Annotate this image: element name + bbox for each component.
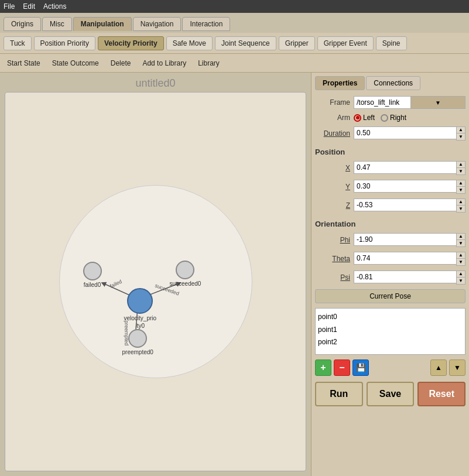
reset-button[interactable]: Reset [417,382,465,406]
theta-spin-up[interactable]: ▲ [457,252,465,259]
node-failed[interactable]: failed0 [83,262,102,288]
panel-tabs: Properties Connections [315,76,465,90]
pos-x-input[interactable] [354,161,456,174]
svg-text:failed: failed [109,279,123,289]
left-radio-indicator [354,114,361,122]
theta-spin-btns: ▲ ▼ [456,252,465,266]
menu-actions[interactable]: Actions [43,2,66,11]
psi-input[interactable] [354,270,456,283]
btn-start-state[interactable]: Start State [5,58,43,69]
psi-row: Psi ▲ ▼ [315,270,465,285]
phi-row: Phi ▲ ▼ [315,233,465,247]
pos-y-spin-dn[interactable]: ▼ [457,187,465,193]
pos-x-spin-up[interactable]: ▲ [457,162,465,168]
current-pose-button[interactable]: Current Pose [315,289,465,303]
minus-icon: − [339,362,344,373]
btn-gripper[interactable]: Gripper [279,36,315,50]
toolbar: Tuck Position Priority Velocity Priority… [0,33,469,54]
pos-y-spin-btns: ▲ ▼ [456,180,465,194]
duration-spin-dn[interactable]: ▼ [457,133,465,140]
phi-label: Phi [315,236,350,244]
node-succeeded-label: succeeded0 [170,280,201,287]
phi-spin-up[interactable]: ▲ [457,234,465,240]
psi-label: Psi [315,273,350,282]
point-item-1[interactable]: point1 [318,324,463,337]
phi-spin-dn[interactable]: ▼ [457,240,465,246]
btn-tuck[interactable]: Tuck [4,36,32,50]
pos-y-spin-up[interactable]: ▲ [457,180,465,187]
btn-spine[interactable]: Spine [376,36,407,50]
tab-navigation[interactable]: Navigation [133,17,182,31]
arm-left-radio[interactable]: Left [354,114,375,122]
tab-misc[interactable]: Misc [42,17,72,31]
btn-velocity-priority[interactable]: Velocity Priority [98,36,164,50]
arm-label: Arm [315,114,350,122]
right-radio-indicator [381,114,388,122]
duration-input[interactable] [354,126,456,139]
pos-z-spin-btns: ▲ ▼ [456,198,465,213]
node-succeeded[interactable]: succeeded0 [170,261,201,287]
psi-spin-up[interactable]: ▲ [457,271,465,278]
arm-row: Arm Left Right [315,114,465,122]
btn-state-outcome[interactable]: State Outcome [50,58,101,69]
pos-x-spin-btns: ▲ ▼ [456,161,465,175]
btn-add-to-library[interactable]: Add to Library [140,58,189,69]
point-item-2[interactable]: point2 [318,336,463,349]
arm-right-radio[interactable]: Right [381,114,406,122]
canvas-title: untitled0 [5,77,306,90]
btn-position-priority[interactable]: Position Priority [34,36,95,50]
dropdown-arrow-icon: ▼ [410,97,465,108]
tab-origins[interactable]: Origins [4,17,41,31]
psi-spin-btns: ▲ ▼ [456,270,465,285]
btn-library[interactable]: Library [196,58,222,69]
frame-dropdown[interactable]: /torso_lift_link ▼ [354,96,465,109]
pos-y-input[interactable] [354,180,456,193]
phi-input[interactable] [354,233,456,246]
menu-file[interactable]: File [4,2,15,11]
pos-z-spin-dn[interactable]: ▼ [457,206,465,212]
btn-gripper-event[interactable]: Gripper Event [317,36,374,50]
point-item-0[interactable]: point0 [318,311,463,324]
arrow-down-icon: ▼ [454,364,461,372]
node-failed-label: failed0 [84,282,101,288]
top-tabs: Origins Misc Manipulation Navigation Int… [0,13,469,33]
btn-safe-move[interactable]: Safe Move [166,36,213,50]
move-point-up-button[interactable]: ▲ [430,359,447,376]
canvas-area: untitled0 failed [0,73,311,476]
pos-z-label: Z [315,201,350,210]
arm-left-label: Left [363,114,375,122]
pos-x-spin-dn[interactable]: ▼ [457,168,465,174]
psi-spin-dn[interactable]: ▼ [457,278,465,284]
save-button[interactable]: Save [367,382,415,406]
theta-spin-dn[interactable]: ▼ [457,259,465,265]
tab-properties[interactable]: Properties [315,76,365,90]
frame-value: /torso_lift_link [357,98,410,107]
pos-z-spin: ▲ ▼ [354,198,465,213]
run-button[interactable]: Run [315,382,363,406]
node-velocity-priority-label: velocity_prio [124,315,157,321]
tab-connections[interactable]: Connections [366,76,420,90]
pos-z-input[interactable] [354,198,456,211]
pos-z-spin-up[interactable]: ▲ [457,199,465,206]
node-velocity-priority[interactable]: velocity_prio ity0 [124,288,157,329]
duration-spin-up[interactable]: ▲ [457,127,465,133]
btn-joint-sequence[interactable]: Joint Sequence [215,36,276,50]
node-velocity-priority-label2: ity0 [136,323,145,329]
pos-y-label: Y [315,183,350,191]
remove-point-button[interactable]: − [334,359,350,376]
phi-spin-btns: ▲ ▼ [456,233,465,247]
menu-edit[interactable]: Edit [23,2,35,11]
add-point-button[interactable]: + [315,359,331,376]
save-point-button[interactable]: 💾 [352,359,369,376]
theta-input[interactable] [354,252,456,265]
tab-interaction[interactable]: Interaction [182,17,230,31]
duration-spin: ▲ ▼ [354,126,465,141]
theta-row: Theta ▲ ▼ [315,252,465,266]
move-point-down-button[interactable]: ▼ [449,359,465,376]
main-area: untitled0 failed [0,73,469,476]
canvas[interactable]: failed succeeded preempted velocity_prio… [5,92,306,471]
node-preempted[interactable]: preempted0 [122,329,153,355]
btn-delete[interactable]: Delete [108,58,133,69]
tab-manipulation[interactable]: Manipulation [73,17,132,31]
arm-radio-group: Left Right [354,114,465,122]
